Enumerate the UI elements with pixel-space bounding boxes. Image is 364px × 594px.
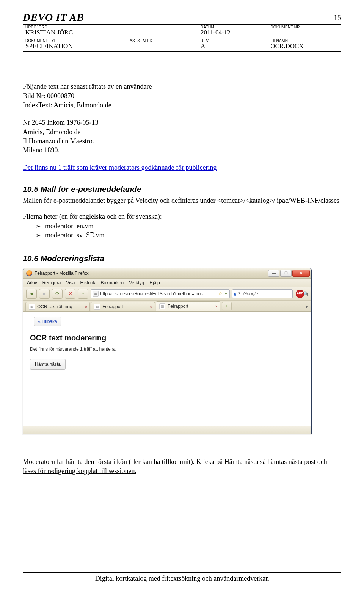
content-heading: OCR text moderering: [30, 333, 304, 343]
abp-dropdown-icon[interactable]: ▾: [306, 292, 308, 296]
browser-screenshot: Felrapport - Mozilla Firefox — ☐ ✕ Arkiv…: [23, 268, 312, 434]
stop-button[interactable]: ✕: [65, 289, 75, 299]
forward-button[interactable]: ►: [39, 289, 50, 299]
back-link[interactable]: « Tillbaka: [34, 317, 61, 326]
menu-item[interactable]: Historik: [80, 280, 96, 286]
browser-tab-active[interactable]: ▦ Felrapport ×: [156, 301, 220, 311]
page-favicon: ▦: [93, 291, 99, 297]
menu-item[interactable]: Arkiv: [27, 280, 37, 286]
reload-button[interactable]: ⟳: [52, 289, 63, 299]
nav-toolbar: ◄ ► ⟳ ✕ ⌂ ▦ http://test.devo.se/ocrtest/…: [23, 287, 311, 301]
status-bar: [23, 426, 311, 434]
datum-value: 2011-04-12: [201, 29, 265, 36]
rev-label: REV.: [201, 39, 265, 43]
address-bar[interactable]: ▦ http://test.devo.se/ocrtest/FullSearch…: [91, 289, 230, 298]
tab-label: Felrapport: [102, 304, 123, 310]
heading-10-6: 10.6 Modereringslista: [23, 253, 341, 264]
file-item: moderator_en.vm: [36, 221, 341, 230]
p-10-5-a: Mallen för e-postmeddelandet bygger på V…: [23, 196, 341, 205]
search-input[interactable]: [243, 291, 301, 297]
menu-item[interactable]: Verktyg: [129, 280, 144, 286]
tab-label: OCR text rättning: [37, 304, 72, 310]
tab-close-icon[interactable]: ×: [215, 304, 218, 309]
ref-line: Nr 2645 Inkom 1976-05-13: [23, 118, 341, 127]
window-titlebar: Felrapport - Mozilla Firefox — ☐ ✕: [23, 268, 311, 279]
page-content: « Tillbaka OCR text moderering Det finns…: [23, 312, 311, 426]
intro-text: Följande text har senast rättats av en a…: [23, 82, 341, 91]
faststalld-label: FASTSTÄLLD: [127, 39, 196, 43]
ref-line: Il Homanzo d'un Maestro.: [23, 136, 341, 146]
bild-line: Bild Nr: 00000870: [23, 91, 341, 100]
menu-item[interactable]: Bokmärken: [101, 280, 124, 286]
fetch-next-button[interactable]: Hämta nästa: [30, 359, 66, 370]
tab-strip: ▦ OCR text rättning × ▦ Felrapport × ▦ F…: [23, 301, 311, 312]
uppgjord-value: KRISTIAN JÖRG: [25, 29, 196, 36]
tab-favicon: ▦: [29, 304, 35, 310]
document-header-table: UPPGJORD KRISTIAN JÖRG DATUM 2011-04-12 …: [23, 24, 341, 52]
bookmark-star-icon[interactable]: ☆: [218, 290, 223, 297]
browser-tab[interactable]: ▦ Felrapport ×: [91, 302, 155, 311]
tab-close-icon[interactable]: ×: [85, 304, 87, 310]
after-screenshot-text: Moderatorn får hämta den första i kön (f…: [23, 457, 341, 476]
rev-value: A: [201, 43, 265, 50]
page-number: 15: [334, 13, 341, 22]
home-button[interactable]: ⌂: [78, 289, 88, 299]
window-title: Felrapport - Mozilla Firefox: [35, 270, 89, 276]
search-engine-dropdown-icon[interactable]: ▼: [238, 292, 241, 296]
file-item: moderator_sv_SE.vm: [36, 230, 341, 240]
tab-label: Felrapport: [168, 303, 188, 309]
ref-line: Amicis, Edmondo de: [23, 127, 341, 136]
doknr-label: DOKUMENT NR.: [270, 25, 339, 29]
menu-item[interactable]: Redigera: [42, 280, 61, 286]
company-name: DEVO IT AB: [23, 11, 84, 23]
tab-close-icon[interactable]: ×: [150, 304, 152, 310]
tab-favicon: ▦: [159, 303, 165, 309]
minimize-button[interactable]: —: [268, 270, 279, 277]
page-footer: Digital kortkatalog med fritextsökning o…: [23, 572, 341, 583]
p-10-5-b: Filerna heter (en för englelska och en f…: [23, 212, 341, 221]
history-dropdown-icon[interactable]: ▼: [224, 291, 228, 296]
menu-item[interactable]: Hjälp: [149, 280, 160, 286]
index-line: IndexText: Amicis, Edmondo de: [23, 100, 341, 110]
url-text: http://test.devo.se/ocrtest/FullSearch?m…: [100, 291, 217, 297]
google-icon: g: [234, 291, 237, 296]
tabs-overflow-icon[interactable]: ▾: [306, 304, 309, 311]
back-button[interactable]: ◄: [26, 289, 37, 299]
doktyp-value: SPECIFIKATION: [25, 43, 122, 50]
maximize-button[interactable]: ☐: [280, 270, 292, 277]
firefox-icon: [26, 270, 32, 276]
status-message: Det finns för närvarande 1 träff att han…: [30, 346, 304, 352]
moderation-link[interactable]: Det finns nu 1 träff som kräver moderato…: [23, 164, 217, 171]
menu-item[interactable]: Visa: [66, 280, 75, 286]
filnamn-value: OCR.DOCX: [270, 43, 339, 50]
browser-tab[interactable]: ▦ OCR text rättning ×: [25, 302, 90, 311]
close-button[interactable]: ✕: [292, 270, 310, 277]
ref-line: Milano 1890.: [23, 146, 341, 155]
abp-icon[interactable]: ABP: [296, 290, 304, 298]
heading-10-5: 10.5 Mall för e-postmeddelande: [23, 184, 341, 194]
new-tab-button[interactable]: +: [222, 302, 232, 310]
menu-bar: Arkiv Redigera Visa Historik Bokmärken V…: [23, 279, 311, 287]
tab-favicon: ▦: [94, 304, 100, 310]
search-bar[interactable]: g ▼ 🔍: [232, 289, 293, 298]
